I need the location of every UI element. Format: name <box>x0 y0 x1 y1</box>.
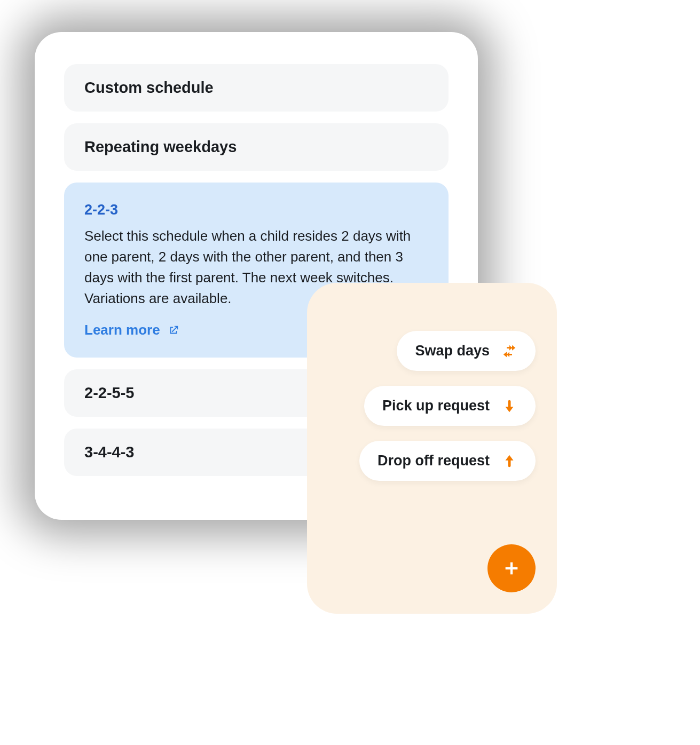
swap-icon <box>501 343 517 359</box>
arrow-up-icon <box>501 453 517 469</box>
learn-more-link[interactable]: Learn more <box>84 322 179 338</box>
dropoff-request-button[interactable]: Drop off request <box>359 441 536 481</box>
action-label: Swap days <box>415 343 490 359</box>
schedule-option-custom[interactable]: Custom schedule <box>64 64 449 112</box>
arrow-down-icon <box>501 398 517 414</box>
swap-days-button[interactable]: Swap days <box>397 331 536 371</box>
schedule-option-title: Repeating weekdays <box>84 138 428 156</box>
plus-icon <box>502 559 521 577</box>
action-panel: Swap days Pick up request Drop off reque… <box>307 283 557 614</box>
external-link-icon <box>168 324 179 336</box>
pickup-request-button[interactable]: Pick up request <box>364 386 536 426</box>
learn-more-label: Learn more <box>84 322 160 338</box>
action-label: Pick up request <box>382 398 490 414</box>
schedule-option-repeating[interactable]: Repeating weekdays <box>64 123 449 171</box>
add-fab-button[interactable] <box>487 544 536 592</box>
schedule-option-title: 2-2-3 <box>84 202 428 218</box>
action-label: Drop off request <box>377 453 490 469</box>
schedule-option-title: Custom schedule <box>84 79 428 97</box>
